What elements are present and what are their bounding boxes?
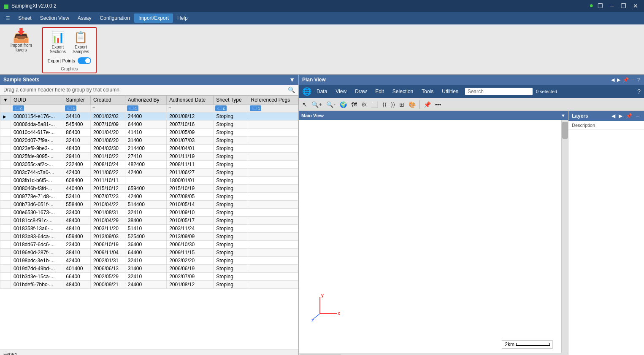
th-created[interactable]: Created [90, 96, 125, 105]
table-row[interactable]: 0019d7dd-49bd-...4014002006/06/133140020… [0, 265, 298, 273]
export-points-toggle[interactable] [78, 57, 91, 64]
menu-import-export[interactable]: Import/Export [134, 13, 173, 23]
table-row[interactable]: 000b73d6-051f-...5584002010/04/225144002… [0, 201, 298, 209]
row-expand[interactable] [0, 209, 11, 217]
table-search-icon[interactable]: 🔍 [288, 86, 295, 93]
filter-authorized-by[interactable]: 🏷c [125, 105, 166, 113]
export-samples-button[interactable]: 📋 ExportSamples [70, 29, 92, 56]
arrow-right-tool[interactable]: ⟩⟩ [389, 100, 397, 109]
main-view-dropdown[interactable]: ▼ [561, 113, 566, 118]
row-expand[interactable] [0, 129, 11, 137]
row-expand[interactable] [0, 177, 11, 185]
filter-authorised-date[interactable]: = [167, 105, 214, 113]
zoom-out-tool[interactable]: 🔍- [325, 100, 337, 109]
toolbar-selection[interactable]: Selection [389, 88, 417, 95]
filter-sheet-type[interactable]: 🏷c [214, 105, 248, 113]
row-expand[interactable] [0, 193, 11, 201]
table-row[interactable]: 00196e0d-287f-...384102009/11/0464400200… [0, 249, 298, 257]
maximize-button[interactable]: ❐ [618, 2, 629, 10]
layers-nav-right[interactable]: ▶ [617, 113, 624, 119]
row-expand[interactable] [0, 217, 11, 225]
toolbar-edit[interactable]: Edit [372, 88, 387, 95]
row-expand[interactable] [0, 137, 11, 145]
filter-guid[interactable]: 🏷c [11, 105, 63, 113]
th-sheet-type[interactable]: Sheet Type [214, 96, 248, 105]
row-expand[interactable] [0, 225, 11, 233]
th-authorized-by[interactable]: Authorized By [125, 96, 166, 105]
table-row[interactable]: 0003fb1d-b6f5-...6084002011/10/111800/01… [0, 177, 298, 185]
main-canvas[interactable]: y x z 2km [299, 120, 561, 353]
layers-scroll[interactable] [568, 130, 644, 355]
toolbar-tools[interactable]: Tools [418, 88, 437, 95]
plan-search-input[interactable] [465, 88, 533, 95]
menu-configuration[interactable]: Configuration [96, 13, 134, 23]
filter-sampler[interactable]: 🏷c [63, 105, 91, 113]
row-expand[interactable] [0, 249, 11, 257]
plan-help[interactable]: ? [636, 77, 641, 82]
restore-button[interactable]: ❐ [595, 2, 606, 10]
shape-tool[interactable]: ⬜ [369, 100, 380, 109]
menu-section-view[interactable]: Section View [36, 13, 73, 23]
menu-sheet[interactable]: Sheet [14, 13, 35, 23]
plan-pin-up[interactable]: 📌 [622, 77, 630, 83]
table-row[interactable]: 00025fde-8095-...294102001/10/2227410200… [0, 153, 298, 161]
table-row[interactable]: ▶00001154-e176-...344102001/02/022440020… [0, 113, 298, 121]
filter-created[interactable]: = [90, 105, 125, 113]
row-expand[interactable] [0, 233, 11, 241]
menu-assay[interactable]: Assay [73, 13, 96, 23]
table-row[interactable]: 00006dda-5a81-...5454002007/10/096440020… [0, 121, 298, 129]
row-expand[interactable] [0, 161, 11, 169]
th-authorised-date[interactable]: Authorised Date [167, 96, 214, 105]
table-row[interactable]: 000e6530-1673-...334002001/08/3132410200… [0, 209, 298, 217]
layers-minimize[interactable]: ─ [634, 113, 641, 119]
color-tool[interactable]: 🎨 [407, 100, 417, 109]
app-menu-button[interactable]: ≡ [2, 13, 14, 24]
arrow-left-tool[interactable]: ⟨⟨ [381, 100, 388, 109]
row-expand[interactable]: ▶ [0, 113, 11, 121]
close-button[interactable]: ✕ [630, 2, 641, 10]
menu-help[interactable]: Help [173, 13, 192, 23]
grid-tool[interactable]: ⊞ [398, 100, 406, 109]
table-row[interactable]: 00010c44-617e-...864002001/04/2041410200… [0, 129, 298, 137]
layers-nav-left[interactable]: ◀ [610, 113, 617, 119]
row-expand[interactable] [0, 185, 11, 193]
table-row[interactable]: 001bdef6-7bbc-...484002000/09/2124400200… [0, 281, 298, 289]
plan-pin-left[interactable]: ◀ [610, 77, 615, 83]
table-row[interactable]: 0018358f-13a6-...484102003/11/2051410200… [0, 225, 298, 233]
export-sections-button[interactable]: 📊 ExportSections [47, 29, 68, 56]
row-expand[interactable] [0, 281, 11, 289]
row-expand[interactable] [0, 201, 11, 209]
row-expand[interactable] [0, 273, 11, 281]
toolbar-view[interactable]: View [332, 88, 350, 95]
zoom-in-tool[interactable]: 🔍+ [310, 100, 324, 109]
table-scroll[interactable]: ▼ GUID Sampler Created Authorized By Aut… [0, 95, 298, 350]
canvas-horizontal-scrollbar[interactable] [299, 353, 568, 355]
filter-ref-pegs[interactable]: 🏷c [248, 105, 298, 113]
plan-pin-right[interactable]: ▶ [616, 77, 621, 83]
map-tool[interactable]: 🗺 [349, 100, 359, 109]
table-row[interactable]: 0003055c-af2c-...2324002008/10/244824002… [0, 161, 298, 169]
row-expand[interactable] [0, 169, 11, 177]
row-expand[interactable] [0, 145, 11, 153]
table-row[interactable]: 0009778e-71d8-...534102007/07/2342400200… [0, 193, 298, 201]
th-sampler[interactable]: Sampler [63, 96, 91, 105]
table-row[interactable]: 0003c744-c7a0-...424002011/06/2242400201… [0, 169, 298, 177]
table-row[interactable]: 0008046b-f3fd-...4404002015/10/126594002… [0, 185, 298, 193]
settings-tool[interactable]: ⚙ [360, 100, 368, 109]
import-from-layers-button[interactable]: 📥 Import from layers [8, 27, 35, 54]
cursor-tool[interactable]: ↖ [300, 100, 309, 109]
table-row[interactable]: 0018dd67-6dc6-...234002006/10/1936400200… [0, 241, 298, 249]
more-tool[interactable]: ••• [433, 100, 443, 109]
th-guid[interactable]: GUID [11, 96, 63, 105]
table-row[interactable]: 00023ef9-9be3-...484002004/03/3021440020… [0, 145, 298, 153]
th-referenced-pegs[interactable]: Referenced Pegs [248, 96, 298, 105]
table-row[interactable]: 00183b83-64ca-...6594002013/09/035254002… [0, 233, 298, 241]
row-expand[interactable] [0, 121, 11, 129]
table-row[interactable]: 001b3d3e-15ca-...664002002/05/2932410200… [0, 273, 298, 281]
toolbar-draw[interactable]: Draw [352, 88, 370, 95]
table-row[interactable]: 00198bdc-3e1b-...424002002/01/3132410200… [0, 257, 298, 265]
panel-collapse-button[interactable]: ▼ [289, 76, 295, 83]
layers-pin[interactable]: 📌 [625, 113, 633, 119]
toolbar-utilities[interactable]: Utilities [438, 88, 462, 95]
plan-minimize[interactable]: ─ [630, 77, 636, 82]
